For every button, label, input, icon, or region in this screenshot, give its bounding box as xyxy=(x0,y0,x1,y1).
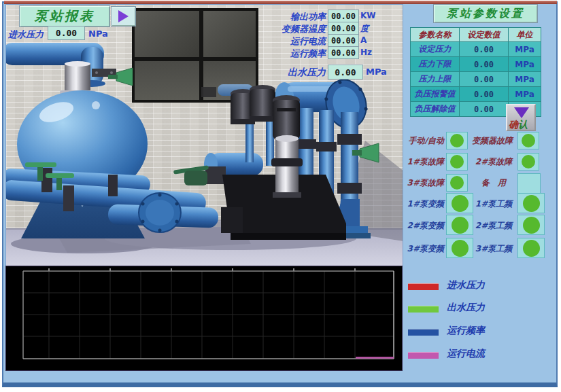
settings-panel-title-text: 泵站参数设置 xyxy=(447,7,524,21)
indicator-lamp xyxy=(517,153,539,171)
param-value-field[interactable]: 0.00 xyxy=(460,102,509,117)
indicator-lamp xyxy=(446,132,468,149)
inverter-temp-unit: 度 xyxy=(360,23,369,35)
table-row: 压力上限 0.00 MPa xyxy=(411,72,541,87)
legend-swatch xyxy=(408,283,439,290)
indicator-lamp xyxy=(517,132,539,149)
run-current-value: 00.00 xyxy=(328,34,359,47)
output-power-unit: KW xyxy=(360,11,376,20)
outlet-pressure-value: 0.00 xyxy=(328,65,363,79)
param-name: 压力上限 xyxy=(411,72,460,87)
param-name: 设定压力 xyxy=(411,42,460,57)
confirm-button[interactable]: 确认 xyxy=(506,104,536,131)
inlet-pressure-value: 0.00 xyxy=(48,26,85,40)
inlet-pipe xyxy=(6,43,105,87)
run-current-unit: A xyxy=(360,35,367,45)
run-current-label: 运行电流 xyxy=(273,35,326,48)
indicator-lamp xyxy=(446,238,473,258)
indicator-lamp xyxy=(517,173,541,194)
param-value-field[interactable]: 0.00 xyxy=(460,57,509,72)
trend-chart-plot xyxy=(6,266,402,370)
indicator-lamp xyxy=(517,193,545,213)
indicator-lamp xyxy=(446,153,468,171)
trend-chart xyxy=(5,266,403,371)
outlet-pressure-label: 出水压力 xyxy=(280,67,326,79)
table-row: 负压报警值 0.00 MPa xyxy=(411,87,541,102)
report-button-label: 泵站报表 xyxy=(35,7,95,25)
col-header-name: 参数名称 xyxy=(411,28,460,42)
param-name: 负压报警值 xyxy=(411,87,460,102)
table-row: 压力下限 0.00 MPa xyxy=(411,57,541,72)
param-value-field[interactable]: 0.00 xyxy=(460,42,509,57)
param-unit: MPa xyxy=(509,42,541,57)
inverter-temp-value: 00.00 xyxy=(328,22,359,35)
play-icon xyxy=(118,10,129,22)
table-row: 设定压力 0.00 MPa xyxy=(411,42,541,57)
run-frequency-value: 00.00 xyxy=(328,46,359,59)
indicator-lamp xyxy=(517,238,545,258)
inverter-temp-label: 变频器温度 xyxy=(273,23,326,35)
indicator-lamp xyxy=(446,174,468,192)
param-name: 压力下限 xyxy=(411,57,460,72)
confirm-button-label: 确认 xyxy=(509,119,528,131)
col-header-unit: 单位 xyxy=(509,28,541,42)
inlet-pressure-unit: NPa xyxy=(88,29,108,39)
table-header-row: 参数名称 设定数值 单位 xyxy=(411,28,541,42)
run-frequency-unit: Hz xyxy=(360,48,372,57)
param-value-field[interactable]: 0.00 xyxy=(460,87,509,102)
legend-swatch xyxy=(408,306,439,313)
param-unit: MPa xyxy=(509,72,541,87)
output-power-label: 输出功率 xyxy=(273,11,326,23)
hmi-screen: 泵站报表 进水压力 0.00 NPa 输出功率 00.00 KW 变频器温度 0… xyxy=(0,0,561,392)
report-arrow-button[interactable] xyxy=(111,6,136,26)
legend-swatch xyxy=(408,352,439,359)
output-power-value: 00.00 xyxy=(328,10,359,22)
param-name: 负压解除值 xyxy=(411,102,460,117)
legend-swatch xyxy=(408,329,439,336)
col-header-value: 设定数值 xyxy=(460,28,509,42)
triangle-down-icon xyxy=(514,107,529,118)
settings-panel-title: 泵站参数设置 xyxy=(433,4,538,23)
outlet-pressure-unit: MPa xyxy=(366,67,387,77)
indicator-lamp xyxy=(446,215,473,235)
inlet-pressure-label: 进水压力 xyxy=(8,29,44,41)
report-button[interactable]: 泵站报表 xyxy=(19,5,110,27)
param-unit: MPa xyxy=(509,87,541,102)
param-value-field[interactable]: 0.00 xyxy=(460,72,509,87)
run-frequency-label: 运行频率 xyxy=(273,48,326,60)
indicator-lamp xyxy=(446,193,473,213)
param-unit: MPa xyxy=(509,57,541,72)
indicator-lamp xyxy=(517,215,545,235)
